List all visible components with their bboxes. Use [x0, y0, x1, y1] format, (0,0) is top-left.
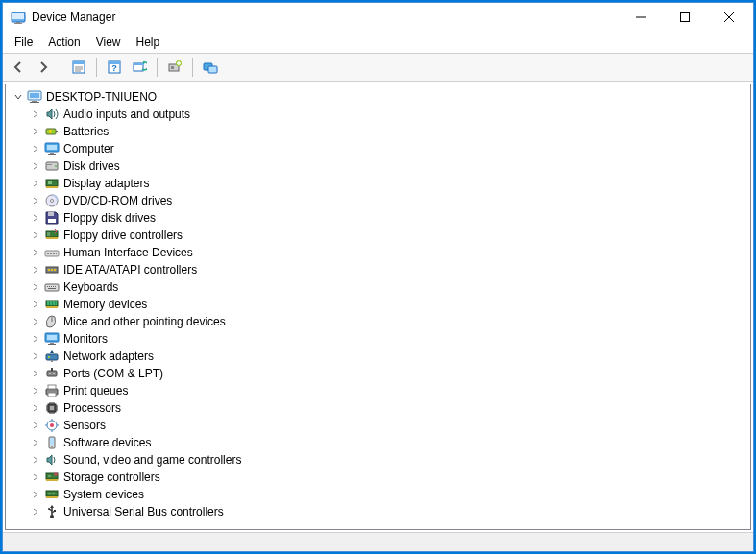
chevron-right-icon[interactable]: [29, 142, 42, 156]
tree-category-row[interactable]: Keyboards: [27, 278, 750, 296]
chevron-right-icon[interactable]: [29, 419, 42, 432]
minimize-button[interactable]: [619, 3, 663, 32]
tree-category-row[interactable]: Disk drives: [27, 157, 750, 175]
toolbar-separator: [157, 58, 158, 77]
category-label: Memory devices: [63, 298, 147, 311]
category-label: IDE ATA/ATAPI controllers: [63, 263, 197, 277]
chevron-right-icon[interactable]: [29, 229, 42, 242]
menubar: File Action View Help: [3, 32, 753, 53]
scan-button[interactable]: [128, 56, 151, 79]
chevron-down-icon[interactable]: [12, 90, 25, 104]
monitor-icon: [44, 141, 60, 157]
tree-category-row[interactable]: Floppy disk drives: [27, 209, 750, 227]
device-tree[interactable]: DESKTOP-TNIUENO Audio inputs and outputs…: [5, 84, 751, 530]
svg-rect-116: [681, 13, 690, 22]
tree-category-row[interactable]: Universal Serial Bus controllers: [27, 503, 750, 520]
chevron-right-icon[interactable]: [29, 108, 42, 121]
tree-category-row[interactable]: Display adapters: [27, 175, 750, 192]
chevron-right-icon[interactable]: [29, 505, 42, 518]
back-button[interactable]: [7, 56, 30, 79]
hid-icon: [44, 245, 60, 260]
help-button[interactable]: [103, 56, 126, 79]
tree-category-row[interactable]: IDE ATA/ATAPI controllers: [27, 261, 750, 278]
add-legacy-button[interactable]: [163, 56, 186, 79]
printer-icon: [44, 383, 60, 398]
category-label: Floppy disk drives: [63, 211, 156, 225]
tree-category-row[interactable]: System devices: [27, 486, 750, 503]
remote-button[interactable]: [199, 56, 222, 79]
keyboard-icon: [44, 279, 60, 295]
computer-icon: [27, 89, 42, 105]
tree-category-row[interactable]: Mice and other pointing devices: [27, 313, 750, 330]
display-adapter-icon: [44, 176, 60, 191]
software-icon: [44, 435, 60, 450]
chevron-right-icon[interactable]: [29, 194, 42, 207]
properties-icon: [71, 60, 86, 75]
menu-view[interactable]: View: [88, 34, 129, 51]
tree-category-row[interactable]: Storage controllers: [27, 469, 750, 486]
dvd-icon: [44, 193, 60, 208]
category-label: Monitors: [63, 332, 108, 346]
tree-category-row[interactable]: Human Interface Devices: [27, 244, 750, 261]
tree-category-row[interactable]: Audio inputs and outputs: [27, 106, 750, 123]
category-label: Storage controllers: [63, 470, 160, 484]
category-label: Processors: [63, 401, 121, 415]
sensor-icon: [44, 418, 60, 433]
tree-category-row[interactable]: Print queues: [27, 382, 750, 399]
category-label: Universal Serial Bus controllers: [63, 505, 224, 518]
chevron-right-icon[interactable]: [29, 436, 42, 449]
chevron-right-icon[interactable]: [29, 488, 42, 501]
titlebar[interactable]: Device Manager: [3, 3, 753, 32]
arrow-left-icon: [11, 60, 26, 75]
cpu-icon: [44, 400, 60, 416]
chevron-right-icon[interactable]: [29, 211, 42, 225]
chevron-right-icon[interactable]: [29, 401, 42, 415]
device-manager-window: Device Manager File Action View Help: [2, 2, 754, 552]
tree-root-node[interactable]: DESKTOP-TNIUENO: [10, 88, 750, 106]
chevron-right-icon[interactable]: [29, 280, 42, 294]
tree-category-row[interactable]: Ports (COM & LPT): [27, 365, 750, 382]
tree-category-row[interactable]: Monitors: [27, 330, 750, 348]
chevron-right-icon[interactable]: [29, 125, 42, 138]
tree-category-row[interactable]: Network adapters: [27, 348, 750, 365]
close-button[interactable]: [707, 3, 751, 32]
menu-file[interactable]: File: [7, 34, 40, 51]
tree-category-row[interactable]: Memory devices: [27, 296, 750, 313]
chevron-right-icon[interactable]: [29, 349, 42, 363]
category-label: DVD/CD-ROM drives: [63, 194, 172, 207]
menu-help[interactable]: Help: [129, 34, 168, 51]
maximize-button[interactable]: [663, 3, 707, 32]
forward-button[interactable]: [32, 56, 55, 79]
toolbar: [3, 53, 753, 82]
category-label: Computer: [63, 142, 114, 156]
chevron-right-icon[interactable]: [29, 246, 42, 259]
chevron-right-icon[interactable]: [29, 159, 42, 173]
category-label: Disk drives: [63, 159, 120, 173]
port-icon: [44, 366, 60, 381]
chevron-right-icon[interactable]: [29, 177, 42, 190]
mouse-icon: [44, 314, 60, 329]
tree-category-row[interactable]: Sensors: [27, 417, 750, 434]
tree-category-row[interactable]: Processors: [27, 399, 750, 417]
tree-category-row[interactable]: Batteries: [27, 123, 750, 140]
tree-category-row[interactable]: Software devices: [27, 434, 750, 451]
chevron-right-icon[interactable]: [29, 315, 42, 328]
menu-action[interactable]: Action: [40, 34, 87, 51]
tree-category-row[interactable]: DVD/CD-ROM drives: [27, 192, 750, 209]
window-title: Device Manager: [32, 11, 619, 24]
floppy-controller-icon: [44, 228, 60, 243]
tree-category-row[interactable]: Floppy drive controllers: [27, 227, 750, 244]
category-label: Network adapters: [63, 349, 154, 363]
chevron-right-icon[interactable]: [29, 332, 42, 346]
properties-button[interactable]: [67, 56, 90, 79]
floppy-icon: [44, 210, 60, 226]
chevron-right-icon[interactable]: [29, 298, 42, 311]
chevron-right-icon[interactable]: [29, 384, 42, 397]
chevron-right-icon[interactable]: [29, 470, 42, 484]
chevron-right-icon[interactable]: [29, 367, 42, 380]
chevron-right-icon[interactable]: [29, 263, 42, 277]
tree-category-row[interactable]: Computer: [27, 140, 750, 157]
category-label: Ports (COM & LPT): [63, 367, 163, 380]
tree-category-row[interactable]: Sound, video and game controllers: [27, 451, 750, 469]
chevron-right-icon[interactable]: [29, 453, 42, 467]
